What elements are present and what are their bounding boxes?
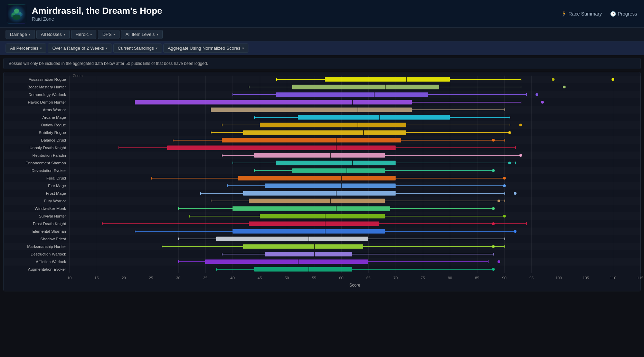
spec-graph[interactable] — [69, 167, 640, 174]
grid-line — [640, 159, 641, 167]
whisker-left — [189, 216, 260, 216]
grid-line — [69, 121, 70, 129]
progress-link[interactable]: 🕐 Progress — [610, 11, 637, 17]
spec-graph[interactable] — [69, 76, 640, 83]
spec-graph[interactable] — [69, 197, 640, 205]
grid-line — [504, 250, 505, 258]
whisker-right — [450, 117, 510, 118]
nav1-item-1[interactable]: All Bosses▾ — [36, 30, 70, 39]
outlier-dot — [519, 154, 522, 157]
median-line — [341, 183, 342, 189]
grid-line — [69, 197, 70, 205]
grid-line — [586, 91, 586, 98]
grid-line — [97, 243, 97, 250]
spec-graph[interactable] — [69, 212, 640, 220]
whisker-right — [406, 132, 510, 133]
iqr-box — [211, 108, 412, 112]
whisker-right — [450, 79, 521, 80]
grid-line — [205, 91, 206, 98]
whisker-left-cap — [254, 116, 255, 119]
grid-line — [97, 228, 97, 235]
spec-graph[interactable] — [69, 235, 640, 243]
grid-line — [531, 243, 532, 250]
spec-graph[interactable] — [69, 228, 640, 235]
spec-graph[interactable] — [69, 258, 640, 266]
spec-label: Shadow Priest — [4, 237, 69, 241]
median-line — [379, 115, 380, 120]
whisker-left-cap — [151, 177, 152, 180]
grid-line — [586, 83, 586, 91]
grid-line — [640, 258, 641, 266]
spec-label: Beast Mastery Hunter — [4, 85, 69, 89]
spec-graph[interactable] — [69, 91, 640, 98]
info-bar: Bosses will only be included in the aggr… — [3, 58, 641, 69]
spec-graph[interactable] — [69, 159, 640, 167]
grid-line — [586, 129, 586, 136]
grid-line — [151, 197, 151, 205]
nav1-item-0[interactable]: Damage▾ — [6, 30, 35, 39]
nav2-item-1[interactable]: Over a Range of 2 Weeks▾ — [48, 44, 112, 53]
spec-graph[interactable] — [69, 144, 640, 152]
spec-label: Fury Warrior — [4, 199, 69, 203]
nav1-item-4[interactable]: All Item Levels▾ — [121, 30, 163, 39]
spec-graph[interactable] — [69, 266, 640, 273]
median-line — [298, 259, 299, 264]
chart-area: Assassination RogueBeast Mastery HunterD… — [4, 76, 640, 273]
grid-line — [205, 197, 206, 205]
whisker-left — [254, 170, 292, 171]
grid-line — [586, 212, 586, 220]
spec-graph[interactable] — [69, 190, 640, 197]
nav2-item-0[interactable]: All Percentiles▾ — [6, 44, 46, 53]
spec-graph[interactable] — [69, 250, 640, 258]
nav2-item-3[interactable]: Aggregate Using Normalized Scores▾ — [163, 44, 248, 53]
spec-graph[interactable] — [69, 243, 640, 250]
spec-label: Unholy Death Knight — [4, 146, 69, 150]
spec-graph[interactable] — [69, 129, 640, 136]
grid-line — [178, 91, 179, 98]
spec-graph[interactable] — [69, 83, 640, 91]
nav1-item-3[interactable]: DPS▾ — [98, 30, 120, 39]
grid-line — [613, 235, 613, 243]
spec-label: Outlaw Rogue — [4, 123, 69, 127]
whisker-left — [119, 147, 168, 148]
spec-graph[interactable] — [69, 98, 640, 106]
spec-graph[interactable] — [69, 136, 640, 144]
grid-line — [640, 197, 641, 205]
spec-graph[interactable] — [69, 121, 640, 129]
spec-graph[interactable] — [69, 174, 640, 182]
race-summary-link[interactable]: 🏃 Race Summary — [561, 11, 602, 17]
x-tick-label: 20 — [120, 276, 128, 280]
iqr-box — [222, 138, 401, 143]
grid-line — [586, 235, 586, 243]
spec-graph[interactable] — [69, 220, 640, 228]
x-tick-label: 100 — [555, 276, 563, 280]
nav1-item-2[interactable]: Heroic▾ — [71, 30, 97, 39]
spec-graph[interactable] — [69, 205, 640, 212]
whisker-right-cap — [515, 146, 516, 149]
whisker-right — [385, 155, 521, 156]
x-tick-label: 80 — [446, 276, 454, 280]
whisker-left — [151, 178, 238, 178]
grid-line — [178, 182, 179, 190]
spec-graph[interactable] — [69, 114, 640, 121]
spec-label: Enhancement Shaman — [4, 161, 69, 165]
spec-graph[interactable] — [69, 106, 640, 114]
nav2-item-2[interactable]: Current Standings▾ — [113, 44, 162, 53]
svg-point-4 — [12, 14, 20, 19]
spec-graph[interactable] — [69, 152, 640, 159]
whisker-left-cap — [135, 230, 135, 233]
header-left: Amirdrassil, the Dream's Hope Raid Zone — [7, 4, 162, 23]
grid-line — [613, 258, 613, 266]
header: Amirdrassil, the Dream's Hope Raid Zone … — [0, 0, 644, 28]
grid-line — [205, 266, 206, 273]
chart-row: Beast Mastery Hunter — [4, 83, 640, 91]
whisker-right-cap — [504, 245, 505, 248]
grid-line — [531, 136, 532, 144]
grid-line — [124, 190, 124, 197]
grid-line — [69, 91, 70, 98]
grid-line — [97, 144, 97, 152]
spec-graph[interactable] — [69, 182, 640, 190]
grid-line — [640, 136, 641, 144]
chart-row: Arms Warrior — [4, 106, 640, 114]
whisker-left-cap — [216, 268, 217, 271]
